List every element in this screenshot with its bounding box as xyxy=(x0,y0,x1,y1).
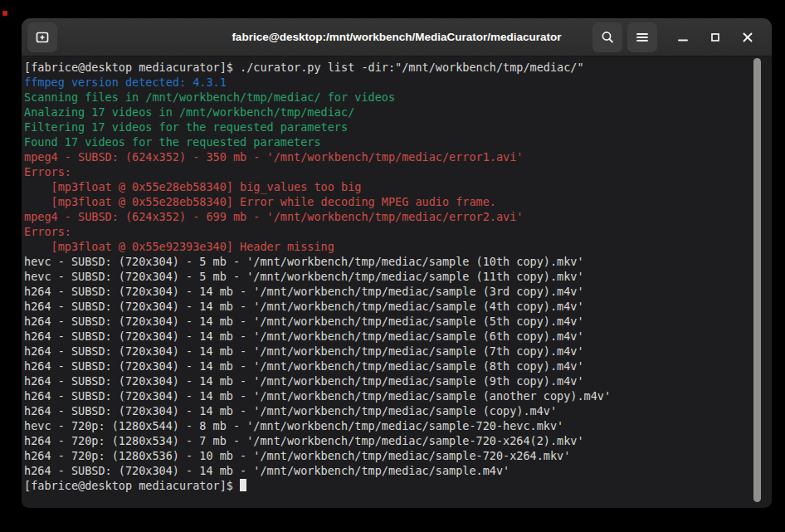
terminal-line: mpeg4 - SUBSD: (624x352) - 699 mb - '/mn… xyxy=(24,209,772,224)
terminal-line: hevc - SUBSD: (720x304) - 5 mb - '/mnt/w… xyxy=(24,254,772,269)
terminal-line: Found 17 videos for the requested parame… xyxy=(24,134,772,149)
close-icon xyxy=(742,32,753,43)
terminal-line: h264 - 720p: (1280x534) - 7 mb - '/mnt/w… xyxy=(24,433,772,448)
terminal-line: [fabrice@desktop mediacurator]$ ./curato… xyxy=(24,60,772,75)
terminal-line: h264 - SUBSD: (720x304) - 14 mb - '/mnt/… xyxy=(24,284,772,299)
terminal-window: fabrice@desktop:/mnt/workbench/MediaCura… xyxy=(22,18,772,508)
terminal-line: [mp3float @ 0x55e28eb58340] big_values t… xyxy=(24,179,772,194)
close-button[interactable] xyxy=(734,23,762,51)
terminal-line: Errors: xyxy=(24,164,772,179)
new-tab-icon xyxy=(35,30,50,45)
terminal-viewport[interactable]: [fabrice@desktop mediacurator]$ ./curato… xyxy=(22,56,772,507)
terminal-cursor xyxy=(240,479,246,491)
terminal-line: h264 - SUBSD: (720x304) - 14 mb - '/mnt/… xyxy=(24,344,772,359)
maximize-button[interactable] xyxy=(701,23,729,51)
terminal-line: [mp3float @ 0x55e28eb58340] Error while … xyxy=(24,194,772,209)
terminal-line: h264 - SUBSD: (720x304) - 14 mb - '/mnt/… xyxy=(24,373,772,388)
terminal-line: h264 - SUBSD: (720x304) - 14 mb - '/mnt/… xyxy=(24,299,772,314)
maximize-icon xyxy=(709,32,721,43)
terminal-line: Filtering 17 videos for the requested pa… xyxy=(24,120,772,134)
terminal-line: mpeg4 - SUBSD: (624x352) - 350 mb - '/mn… xyxy=(24,149,772,164)
terminal-line: [mp3float @ 0x55e92393e340] Header missi… xyxy=(24,239,772,254)
terminal-output: [fabrice@desktop mediacurator]$ ./curato… xyxy=(24,60,772,493)
terminal-line: Scanning files in /mnt/workbench/tmp/med… xyxy=(24,90,772,105)
terminal-line: h264 - SUBSD: (720x304) - 14 mb - '/mnt/… xyxy=(24,314,772,329)
menu-button[interactable] xyxy=(627,22,657,52)
terminal-line: h264 - 720p: (1280x536) - 10 mb - '/mnt/… xyxy=(24,448,772,463)
terminal-line: Errors: xyxy=(24,224,772,239)
search-icon xyxy=(600,30,615,45)
terminal-line: h264 - SUBSD: (720x304) - 14 mb - '/mnt/… xyxy=(24,329,772,344)
terminal-line: h264 - SUBSD: (720x304) - 14 mb - '/mnt/… xyxy=(24,359,772,373)
minimize-icon xyxy=(677,32,689,43)
terminal-line: [fabrice@desktop mediacurator]$ xyxy=(24,478,772,493)
terminal-line: h264 - SUBSD: (720x304) - 14 mb - '/mnt/… xyxy=(24,463,772,478)
hamburger-menu-icon xyxy=(636,32,649,43)
scrollbar-thumb[interactable] xyxy=(753,58,761,502)
terminal-line: hevc - 720p: (1280x544) - 8 mb - '/mnt/w… xyxy=(24,418,772,433)
terminal-line: Analazing 17 videos in /mnt/workbench/tm… xyxy=(24,105,772,120)
titlebar[interactable]: fabrice@desktop:/mnt/workbench/MediaCura… xyxy=(22,18,772,56)
terminal-line: hevc - SUBSD: (720x304) - 5 mb - '/mnt/w… xyxy=(24,269,772,284)
terminal-line: h264 - SUBSD: (720x304) - 14 mb - '/mnt/… xyxy=(24,388,772,403)
terminal-line: h264 - SUBSD: (720x304) - 14 mb - '/mnt/… xyxy=(24,403,772,418)
record-marker xyxy=(2,11,7,16)
search-button[interactable] xyxy=(592,22,622,52)
new-tab-button[interactable] xyxy=(27,22,57,52)
terminal-line: ffmpeg version detected: 4.3.1 xyxy=(24,75,772,90)
minimize-button[interactable] xyxy=(669,23,697,51)
